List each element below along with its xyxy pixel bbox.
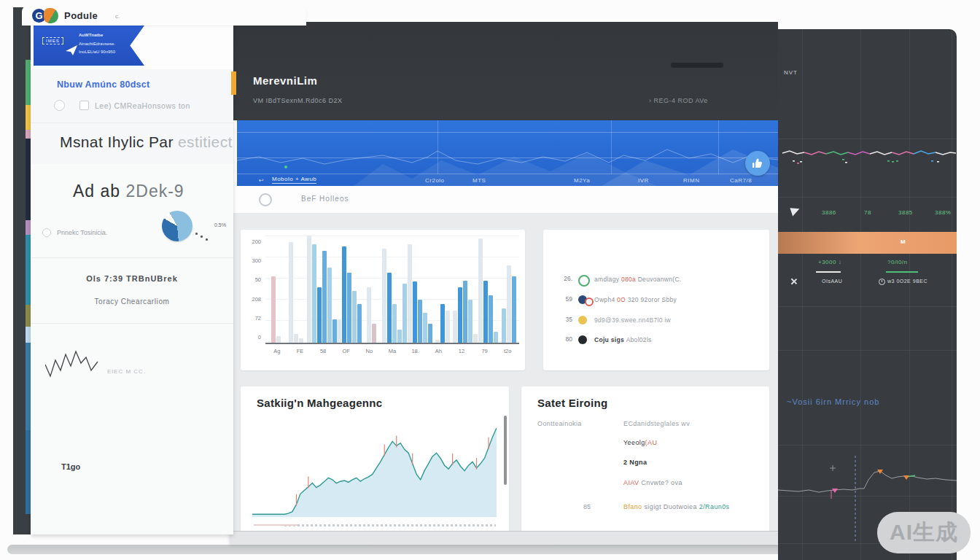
mid-window-header-right[interactable]: › REG-4 ROD AVe [649, 97, 708, 104]
bar [468, 300, 472, 343]
cross-marker-icon [791, 279, 797, 284]
stock-scrollbar[interactable] [504, 416, 507, 485]
dock-color-segment[interactable] [26, 130, 31, 139]
banner-nav-item[interactable]: M2Ya [574, 177, 590, 184]
tab[interactable]: ?0/l0/n [887, 259, 908, 265]
bar [312, 244, 316, 343]
radio-row[interactable]: Pnnekc Tosinicia. [42, 225, 107, 238]
banner-nav-item[interactable]: Cr2olo [425, 177, 445, 184]
footer-label: T1go [61, 462, 80, 471]
metric-value: 3885 [898, 209, 913, 216]
banner-gridline [438, 120, 438, 174]
table-header-1[interactable]: OIsAAU [822, 279, 842, 284]
dock-color-segment[interactable] [26, 343, 31, 430]
bar [440, 304, 445, 343]
dock-color-segment[interactable] [26, 220, 31, 235]
scroll-indicator[interactable] [231, 71, 236, 95]
banner-nav-item[interactable]: RIMN [683, 177, 699, 184]
grid-line [778, 197, 957, 198]
like-fab-button[interactable] [745, 151, 770, 176]
bar [489, 295, 493, 343]
heading-main: Msnat Ihylic Par [60, 133, 178, 150]
sparkline-label: ElEC M CC. [107, 368, 146, 375]
banner-gridline [237, 158, 778, 158]
detail-left-label: Oontteainokia [537, 420, 582, 427]
promo-ribbon[interactable]: IMES AuWTnatbe AinachtEdravsese. InoLELI… [34, 26, 144, 66]
banner-nav-item[interactable]: MTS [472, 177, 486, 184]
y-tick-label: 50 [255, 276, 261, 283]
dock-color-segment[interactable] [26, 327, 31, 343]
list-item[interactable]: 59Owph4 0O 320 92oror Sbby [543, 295, 769, 307]
dock-color-segment[interactable] [26, 235, 31, 305]
bar [347, 273, 351, 343]
dashboard-content: 20030050208720 AgFE58OFNoMa18.Ah1279t2o … [230, 213, 778, 531]
dock-color-segment[interactable] [26, 430, 31, 514]
dock-color-segment[interactable] [26, 139, 31, 220]
ribbon-line-2: InoLELIaU 90n950 [79, 50, 115, 54]
banner-gridline [611, 120, 612, 174]
y-tick-label: 300 [252, 257, 261, 264]
x-tick-label: OF [335, 348, 358, 354]
bar-chart-y-axis: 20030050208720 [244, 238, 261, 341]
heat-band[interactable]: M [778, 232, 957, 254]
radio-button-small[interactable] [42, 228, 51, 237]
tab[interactable]: +3000 ↓ [818, 259, 841, 265]
bar [276, 336, 281, 343]
banner-nav-item[interactable]: CaR7/8 [730, 177, 752, 184]
detail-row[interactable]: AIAV Cnvwte? ova [623, 479, 682, 486]
bar-group [402, 236, 432, 343]
mid-window-subtitle: VM IBdTSexnM.Rd0c6 D2X [253, 97, 343, 104]
option-row[interactable]: Lee) CMReaHonsows ton [54, 98, 190, 109]
section-title-main: Ad ab [73, 182, 126, 201]
app-logo-blob-icon [44, 8, 58, 23]
bar [478, 238, 483, 343]
search-input[interactable]: BeF Holleos [301, 195, 349, 203]
search-bar[interactable]: BeF Holleos [237, 186, 778, 214]
divider [31, 257, 233, 258]
list-item[interactable]: 26.amdlagy 080a Deuvoanwn(C. [543, 275, 769, 287]
banner-decor-chart [237, 120, 778, 186]
bar [367, 287, 371, 343]
stock-area-chart [252, 419, 497, 521]
bar [299, 338, 303, 343]
x-tick-label: Ma [381, 348, 404, 354]
x-tick-label: t2o [496, 348, 519, 354]
bar-chart-x-axis: AgFE58OFNoMa18.Ah1279t2o [265, 348, 519, 354]
radio-button[interactable] [54, 100, 65, 111]
search-icon [259, 193, 272, 206]
banner-gridline [237, 174, 778, 174]
bar [483, 281, 488, 343]
checkbox[interactable] [79, 101, 89, 110]
dock-color-segment[interactable] [26, 305, 31, 327]
header-scrubber[interactable] [671, 63, 723, 68]
new-object-link[interactable]: Nbuw Amúnc 80dsct [57, 79, 150, 90]
mid-window-titlebar: MerevniLim VM IBdTSexnM.Rd0c6 D2X › REG-… [162, 22, 778, 120]
bar-group [265, 236, 286, 343]
detail-row[interactable]: Yeeolg(AU [623, 439, 657, 446]
bar [435, 340, 440, 343]
metric-value: 78 [864, 209, 871, 216]
badge-icon [585, 298, 594, 306]
bar [402, 284, 407, 343]
y-tick-label: 208 [252, 296, 261, 303]
detail-row[interactable]: Bfano sigigt Duotwoiea 2/Raun0s [623, 503, 730, 510]
x-tick-label: FE [289, 348, 312, 354]
list-item[interactable]: 80Coju sigs Abol02ls [543, 335, 769, 347]
series-label[interactable]: ~Vosii 6irn Mrricy nob [787, 397, 879, 406]
banner-nav-item[interactable]: IVR [638, 177, 649, 184]
side-dock[interactable] [13, 7, 31, 534]
left-panel-window: IMES AuWTnatbe AinachtEdravsese. InoLELI… [31, 24, 233, 534]
panel-section: Ad ab 2Dek-9 Pnnekc Tosinicia. 0.5% Ols … [31, 164, 233, 534]
airplane-icon [66, 45, 77, 56]
x-tick-label: 18. [404, 348, 427, 354]
list-item[interactable]: 359d9@39.swee.nn4B7l0 iw [543, 316, 769, 327]
banner-nav-active[interactable]: Mobolo + Awub [272, 176, 316, 184]
bar [463, 281, 467, 343]
table-header-2[interactable]: w3 0O2E 9BEC [887, 279, 928, 284]
detail-row[interactable]: 2 Ngna [623, 459, 647, 466]
detail-row[interactable]: ECdanidsteglales wv [623, 420, 690, 427]
dock-color-segment[interactable] [26, 60, 31, 105]
dock-color-segment[interactable] [26, 105, 31, 130]
banner-back-icon[interactable]: ↩ [259, 177, 264, 184]
bar-group [362, 236, 382, 343]
